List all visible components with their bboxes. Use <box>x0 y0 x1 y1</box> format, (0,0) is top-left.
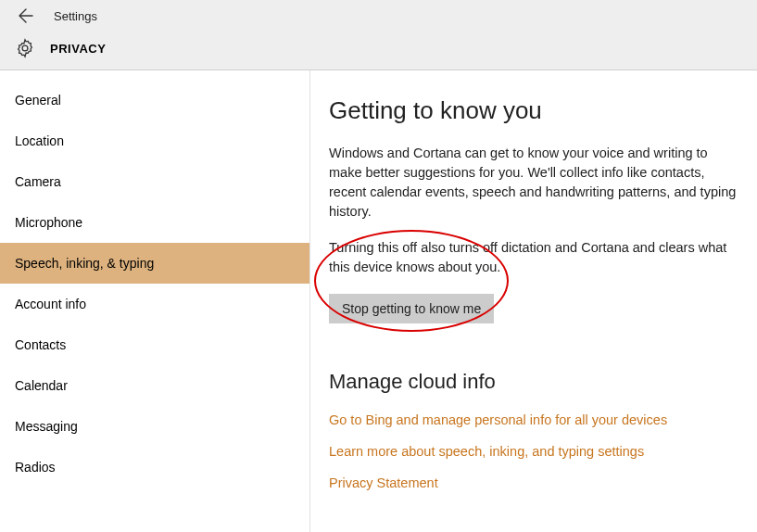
sidebar-item-radios[interactable]: Radios <box>0 447 309 488</box>
sidebar-item-account-info[interactable]: Account info <box>0 284 309 324</box>
content-pane: Getting to know you Windows and Cortana … <box>310 70 757 532</box>
header: Settings PRIVACY <box>0 0 757 70</box>
gear-icon <box>15 38 35 58</box>
link-learn-more-speech[interactable]: Learn more about speech, inking, and typ… <box>329 444 740 459</box>
app-title: Settings <box>54 9 97 23</box>
back-button[interactable] <box>15 5 37 27</box>
page-heading: Getting to know you <box>329 96 740 125</box>
sidebar-item-speech-inking-typing[interactable]: Speech, inking, & typing <box>0 243 309 284</box>
sidebar-item-contacts[interactable]: Contacts <box>0 324 309 365</box>
stop-getting-to-know-me-button[interactable]: Stop getting to know me <box>329 294 494 323</box>
description-paragraph-2: Turning this off also turns off dictatio… <box>329 238 740 277</box>
sidebar-item-messaging[interactable]: Messaging <box>0 406 309 447</box>
link-bing-personal-info[interactable]: Go to Bing and manage personal info for … <box>329 412 740 427</box>
section-title: PRIVACY <box>50 42 106 56</box>
sidebar-item-general[interactable]: General <box>0 80 309 120</box>
svg-point-0 <box>22 45 28 51</box>
sidebar-item-calendar[interactable]: Calendar <box>0 365 309 406</box>
body: General Location Camera Microphone Speec… <box>0 70 757 532</box>
sidebar-item-microphone[interactable]: Microphone <box>0 202 309 243</box>
link-privacy-statement[interactable]: Privacy Statement <box>329 475 740 490</box>
sidebar-item-location[interactable]: Location <box>0 120 309 161</box>
section-heading-manage-cloud: Manage cloud info <box>329 370 740 394</box>
description-paragraph-1: Windows and Cortana can get to know your… <box>329 144 740 222</box>
section-row: PRIVACY <box>15 28 742 69</box>
title-row: Settings <box>15 0 742 28</box>
sidebar-item-camera[interactable]: Camera <box>0 161 309 202</box>
sidebar: General Location Camera Microphone Speec… <box>0 70 310 532</box>
back-arrow-icon <box>19 8 33 23</box>
